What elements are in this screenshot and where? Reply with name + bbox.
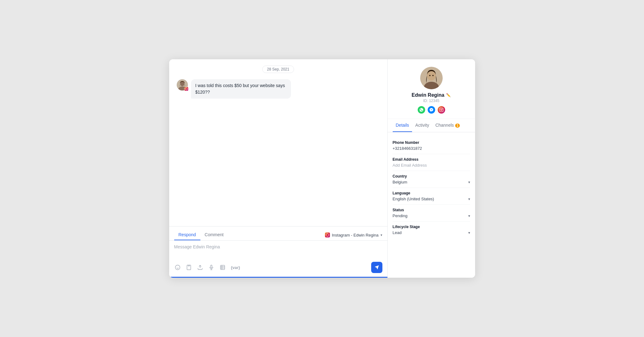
compose-actions: {var}	[174, 264, 241, 271]
tab-activity[interactable]: Activity	[412, 119, 432, 132]
respond-tab[interactable]: Respond	[174, 230, 200, 240]
upload-button[interactable]	[197, 264, 204, 271]
compose-input-area	[169, 241, 387, 259]
clipboard-button[interactable]	[185, 264, 192, 271]
message-row: I was told this costs $50 but your websi…	[177, 79, 380, 99]
detail-fields: Phone Number +321846631872 Email Address…	[388, 132, 475, 243]
tab-details[interactable]: Details	[393, 119, 412, 132]
emoji-button[interactable]	[174, 264, 181, 271]
sender-avatar-wrap	[177, 79, 188, 90]
field-lifecycle: Lifecycle Stage Lead ▾	[393, 222, 470, 238]
compose-toolbar: {var}	[169, 259, 387, 277]
svg-rect-21	[440, 108, 443, 112]
field-language: Language English (United States) ▾	[393, 188, 470, 205]
instagram-channel-badge[interactable]	[438, 106, 445, 114]
microphone-button[interactable]	[208, 264, 215, 271]
chat-panel: 28 Sep, 2021	[169, 59, 388, 278]
channels-badge: 1	[455, 124, 460, 128]
field-email: Email Address Add Email Address	[393, 154, 470, 171]
chevron-down-icon: ▾	[468, 197, 470, 201]
phone-label: Phone Number	[393, 140, 470, 145]
field-phone: Phone Number +321846631872	[393, 137, 470, 154]
edit-icon[interactable]: ✏️	[446, 93, 451, 97]
lifecycle-label: Lifecycle Stage	[393, 225, 470, 229]
date-badge: 28 Sep, 2021	[262, 66, 294, 73]
svg-point-19	[429, 75, 430, 76]
language-label: Language	[393, 191, 470, 195]
contact-panel: Edwin Regina ✏️ ID: 12345 Details Activi…	[388, 59, 475, 278]
message-bubble: I was told this costs $50 but your websi…	[191, 79, 291, 99]
contact-channels	[418, 106, 445, 114]
language-select[interactable]: English (United States) ▾	[393, 197, 470, 201]
field-status: Status Pending ▾	[393, 205, 470, 222]
messenger-channel-badge[interactable]	[428, 106, 435, 114]
svg-marker-15	[375, 265, 379, 269]
chat-messages: 28 Sep, 2021	[169, 59, 387, 226]
contact-header: Edwin Regina ✏️ ID: 12345	[388, 59, 475, 119]
channel-label: Instagram - Edwin Regina	[332, 233, 379, 237]
template-button[interactable]	[219, 264, 226, 271]
app-container: 28 Sep, 2021	[169, 59, 475, 278]
chevron-down-icon: ▾	[468, 214, 470, 218]
chevron-down-icon: ▾	[381, 233, 382, 237]
phone-value[interactable]: +321846631872	[393, 146, 470, 151]
chevron-down-icon: ▾	[468, 231, 470, 235]
email-label: Email Address	[393, 157, 470, 162]
message-input[interactable]	[174, 244, 382, 254]
chevron-down-icon: ▾	[468, 180, 470, 184]
status-label: Status	[393, 208, 470, 212]
whatsapp-channel-badge[interactable]	[418, 106, 425, 114]
svg-point-22	[440, 109, 442, 111]
contact-id: ID: 12345	[423, 99, 439, 103]
progress-bar	[169, 277, 387, 278]
send-button[interactable]	[371, 262, 382, 273]
instagram-small-icon	[184, 87, 188, 91]
compose-area: Respond Comment Instagram - Edwin Regina…	[169, 226, 387, 278]
detail-tabs: Details Activity Channels1	[388, 119, 475, 132]
status-value: Pending	[393, 213, 408, 218]
language-value: English (United States)	[393, 197, 434, 201]
variable-button[interactable]: {var}	[230, 265, 241, 271]
tab-channels[interactable]: Channels1	[432, 119, 463, 132]
svg-rect-11	[220, 265, 225, 270]
svg-rect-8	[210, 265, 212, 268]
contact-name: Edwin Regina ✏️	[412, 92, 451, 98]
country-value: Belgium	[393, 180, 407, 184]
svg-point-23	[442, 109, 443, 109]
email-value[interactable]: Add Email Address	[393, 163, 470, 168]
channel-selector[interactable]: Instagram - Edwin Regina ▾	[325, 232, 382, 237]
country-select[interactable]: Belgium ▾	[393, 180, 470, 184]
svg-rect-6	[188, 265, 189, 266]
compose-tab-group: Respond Comment	[174, 230, 228, 240]
country-label: Country	[393, 174, 470, 178]
comment-tab[interactable]: Comment	[200, 230, 228, 240]
avatar-platform-icon	[184, 87, 189, 91]
svg-point-3	[175, 265, 180, 270]
status-select[interactable]: Pending ▾	[393, 213, 470, 218]
compose-tabs: Respond Comment Instagram - Edwin Regina…	[169, 227, 387, 241]
instagram-channel-icon	[325, 232, 330, 237]
contact-avatar	[420, 67, 443, 89]
lifecycle-select[interactable]: Lead ▾	[393, 230, 470, 235]
lifecycle-value: Lead	[393, 230, 402, 235]
svg-point-20	[432, 75, 434, 76]
field-country: Country Belgium ▾	[393, 171, 470, 188]
